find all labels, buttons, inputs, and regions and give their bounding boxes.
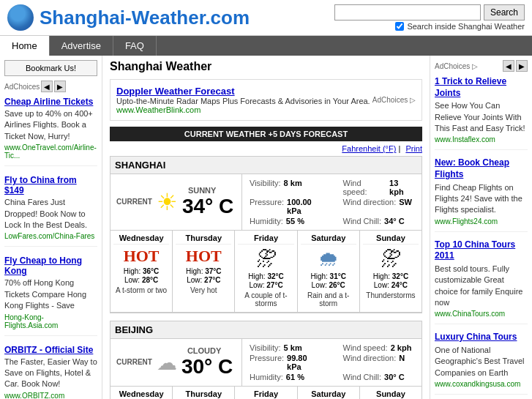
beijing-wed: Wednesday ☀ High: 33°C Low: 22°C Clouds …	[110, 387, 173, 399]
weather-header-bar: CURRENT WEATHER +5 DAYS FORECAST	[110, 127, 422, 141]
doppler-ad-content: Doppler Weather Forecast Upto-the-Minute…	[116, 86, 370, 114]
beijing-thu: Thursday ☀ High: 33°C Low: 22°C Sunny an…	[173, 387, 235, 399]
doppler-ad: Doppler Weather Forecast Upto-the-Minute…	[110, 79, 422, 121]
beijing-current-row: CURRENT ☁ CLOUDY 30° C Visibility: 5 km	[110, 339, 422, 387]
left-ad-1: Cheap Airline Tickets Save up to 40% on …	[4, 97, 97, 166]
left-ad-4: ORBITZ - Official Site The Faster, Easie…	[4, 345, 97, 399]
left-ad-2-text: China Fares Just Dropped! Book Now to Lo…	[4, 197, 97, 231]
beijing-humidity: Humidity: 61 %	[250, 373, 321, 381]
shanghai-wed-icon: HOT	[113, 247, 169, 266]
doppler-adchoices: AdChoices ▷	[372, 96, 416, 104]
doppler-text: Upto-the-Minute Radar Maps Plus Forecast…	[116, 97, 370, 105]
beijing-temp-condition: CLOUDY 30° C	[181, 346, 233, 379]
right-ad-4-text: One of National Geographic's Best Travel…	[435, 345, 528, 379]
left-ad-2-title[interactable]: Fly to China from $149	[4, 175, 97, 195]
right-ad-next-button[interactable]: ▶	[516, 60, 528, 72]
right-ad-4-url[interactable]: www.coxandkingsusa.com	[435, 380, 528, 388]
left-ad-2-url[interactable]: LowFares.com/China-Fares	[4, 232, 97, 240]
shanghai-forecast-row: Wednesday HOT High: 36°C Low: 28°C A t-s…	[110, 231, 422, 313]
right-ad-2-url[interactable]: www.Flights24.com	[435, 217, 528, 225]
shanghai-wed: Wednesday HOT High: 36°C Low: 28°C A t-s…	[110, 231, 173, 312]
beijing-section: BEIJING CURRENT ☁ CLOUDY 30° C	[110, 321, 422, 399]
right-adchoices: AdChoices ▷ ◀ ▶	[435, 60, 528, 72]
search-option: Search inside Shanghai Weather	[395, 22, 525, 31]
left-ad-1-text: Save up to 40% on 400+ Airlines Flights.…	[4, 108, 97, 142]
right-ad-3-text: Best sold tours. Fully customizable Grea…	[435, 264, 528, 309]
header-left: Shanghai-Weather.com	[7, 4, 250, 31]
right-ad-nav: ◀ ▶	[503, 60, 528, 72]
shanghai-current-details: Visibility: 8 km Wind speed: 13 kph Pres…	[242, 174, 422, 230]
right-ad-2: New: Book Cheap Flights Find Cheap Fligh…	[435, 157, 528, 231]
shanghai-thu: Thursday HOT High: 37°C Low: 27°C Very h…	[173, 231, 235, 312]
right-ad-1-url[interactable]: www.Instaflex.com	[435, 135, 528, 143]
left-ad-4-title[interactable]: ORBITZ - Official Site	[4, 345, 97, 355]
left-ad-4-text: The Faster, Easier Way to Save on Flight…	[4, 357, 97, 390]
bookmark-button[interactable]: Bookmark Us!	[4, 60, 97, 76]
ad-next-button[interactable]: ▶	[54, 81, 66, 92]
beijing-sun: Sunday 🌤 High: 35°C Low: 25°C High cloud…	[360, 387, 422, 399]
shanghai-fri-icon: ⛈	[238, 247, 293, 271]
nav-advertise[interactable]: Advertise	[50, 36, 113, 56]
beijing-wind-dir: Wind direction: N	[343, 354, 415, 371]
shanghai-humidity: Humidity: 55 %	[250, 217, 321, 225]
left-ad-1-title[interactable]: Cheap Airline Tickets	[4, 97, 97, 107]
left-adchoices: AdChoices ◀ ▶	[4, 81, 97, 92]
search-inside-checkbox[interactable]	[395, 22, 404, 31]
doppler-title[interactable]: Doppler Weather Forecast	[116, 86, 370, 97]
right-ad-1-title[interactable]: 1 Trick to Relieve Joints	[435, 76, 528, 99]
fahrenheit-link[interactable]: Fahrenheit (°F)	[342, 144, 396, 153]
right-ad-4-title[interactable]: Luxury China Tours	[435, 332, 528, 343]
site-header: Shanghai-Weather.com Search Search insid…	[0, 0, 532, 36]
nav-bar: Home Advertise FAQ	[0, 36, 532, 56]
unit-links: Fahrenheit (°F) | Print	[110, 144, 422, 153]
right-sidebar: AdChoices ▷ ◀ ▶ 1 Trick to Relieve Joint…	[430, 56, 532, 399]
shanghai-sun-icon: ☀	[157, 188, 178, 216]
shanghai-sat: Saturday 🌧 High: 31°C Low: 26°C Rain and…	[298, 231, 360, 312]
left-ad-3: Fly Cheap to Hong Kong 70% off Hong Kong…	[4, 256, 97, 335]
beijing-current-labels: CURRENT	[116, 358, 152, 368]
doppler-url[interactable]: www.WeatherBlink.com	[116, 105, 370, 114]
right-ad-3: Top 10 China Tours 2011 Best sold tours.…	[435, 239, 528, 325]
center-content: Shanghai Weather Doppler Weather Forecas…	[102, 56, 430, 399]
shanghai-wind-dir: Wind direction: SW	[343, 198, 415, 215]
print-link[interactable]: Print	[405, 144, 422, 153]
right-ad-1-text: See How You Can Relieve Your Joints With…	[435, 100, 528, 134]
globe-icon	[7, 4, 34, 31]
shanghai-temp-condition: SUNNY 34° C	[182, 186, 233, 218]
shanghai-sat-icon: 🌧	[301, 247, 356, 271]
shanghai-fri: Friday ⛈ High: 32°C Low: 27°C A couple o…	[235, 231, 297, 312]
search-area: Search Search inside Shanghai Weather	[334, 4, 525, 31]
right-ad-prev-button[interactable]: ◀	[503, 60, 514, 72]
site-title[interactable]: Shanghai-Weather.com	[40, 7, 250, 29]
right-ad-4: Luxury China Tours One of National Geogr…	[435, 332, 528, 395]
beijing-current-details: Visibility: 5 km Wind speed: 2 kph Press…	[242, 339, 422, 386]
nav-home[interactable]: Home	[0, 36, 50, 56]
search-button[interactable]: Search	[484, 4, 525, 20]
left-ad-3-title[interactable]: Fly Cheap to Hong Kong	[4, 256, 97, 276]
ad-prev-button[interactable]: ◀	[41, 81, 53, 92]
right-ad-3-title[interactable]: Top 10 China Tours 2011	[435, 239, 528, 262]
nav-faq[interactable]: FAQ	[113, 36, 157, 56]
shanghai-section: SHANGHAI CURRENT ☀ SUNNY 34° C	[110, 156, 422, 313]
beijing-pressure: Pressure: 99.80 kPa	[250, 354, 321, 371]
search-option-label: Search inside Shanghai Weather	[407, 22, 525, 31]
left-ad-2: Fly to China from $149 China Fares Just …	[4, 175, 97, 247]
shanghai-visibility: Visibility: 8 km	[250, 179, 321, 196]
left-ad-1-url[interactable]: www.OneTravel.com/Airline-Tic...	[4, 143, 97, 160]
right-ad-1: 1 Trick to Relieve Joints See How You Ca…	[435, 76, 528, 150]
right-ad-2-text: Find Cheap Flights on Flights 24! Save w…	[435, 182, 528, 216]
beijing-forecast-row: Wednesday ☀ High: 33°C Low: 22°C Clouds …	[110, 387, 422, 399]
right-ad-2-title[interactable]: New: Book Cheap Flights	[435, 157, 528, 180]
beijing-cloud-icon: ☁	[157, 351, 177, 375]
search-input[interactable]	[334, 4, 481, 20]
beijing-wind-speed: Wind speed: 2 kph	[343, 343, 415, 352]
left-ad-4-url[interactable]: www.ORBITZ.com	[4, 392, 97, 399]
shanghai-detail-grid: Visibility: 8 km Wind speed: 13 kph Pres…	[250, 179, 414, 225]
shanghai-wind-chill: Wind Chill: 34° C	[343, 217, 415, 225]
page-title: Shanghai Weather	[110, 60, 422, 73]
shanghai-thu-icon: HOT	[176, 247, 231, 266]
beijing-current-main: CURRENT ☁ CLOUDY 30° C	[110, 339, 242, 386]
left-ad-3-url[interactable]: Hong-Kong-Flights.Asia.com	[4, 313, 97, 329]
right-ad-3-url[interactable]: www.ChinaTours.com	[435, 310, 528, 318]
beijing-header: BEIJING	[110, 321, 422, 339]
